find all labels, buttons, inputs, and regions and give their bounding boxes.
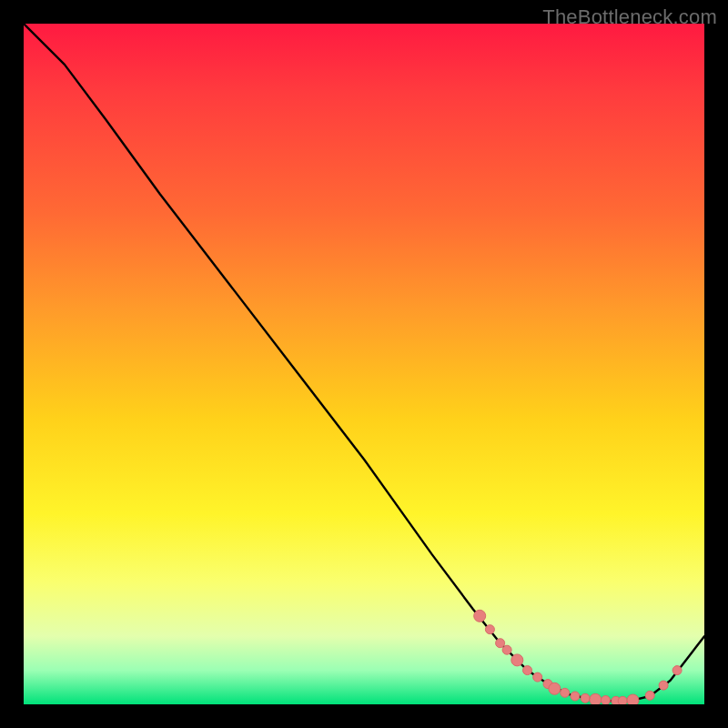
chart-stage: TheBottleneck.com [0, 0, 728, 728]
curve-layer [24, 24, 704, 704]
bottleneck-curve [24, 24, 704, 701]
trough-marker [543, 680, 552, 689]
trough-markers [474, 610, 682, 704]
plot-area [24, 24, 704, 704]
trough-marker [602, 696, 611, 705]
trough-marker [511, 654, 523, 666]
trough-marker [571, 692, 580, 701]
trough-marker [549, 682, 561, 694]
trough-marker [581, 693, 590, 703]
trough-marker [627, 694, 639, 704]
trough-marker [496, 639, 505, 648]
trough-marker [533, 672, 542, 682]
trough-marker [672, 666, 682, 675]
trough-marker [645, 691, 654, 700]
trough-marker [502, 645, 511, 654]
trough-marker [618, 696, 627, 704]
trough-marker [474, 610, 486, 622]
trough-marker [590, 693, 602, 704]
trough-marker [561, 688, 570, 697]
trough-marker [523, 666, 532, 675]
trough-marker [612, 696, 621, 704]
trough-marker [659, 681, 668, 690]
trough-marker [485, 625, 494, 634]
